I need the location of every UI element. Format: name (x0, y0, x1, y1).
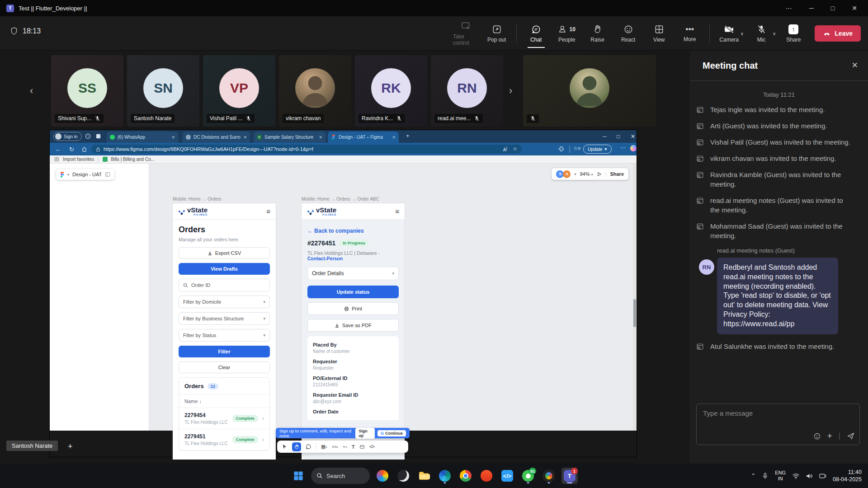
chat-close-icon[interactable]: ✕ (852, 61, 858, 70)
shape-tool-icon[interactable]: ▭▾ (332, 444, 338, 450)
hamburger-menu-icon[interactable]: ≡ (395, 207, 399, 215)
frame-breadcrumb[interactable]: Mobile: Home → Orders (173, 197, 222, 202)
signup-button[interactable]: Sign up (355, 428, 375, 439)
taskbar-icon-brave[interactable] (478, 468, 495, 484)
window-more-icon[interactable]: ⋯ (786, 5, 792, 12)
contact-person-link[interactable]: Contact-Person (307, 256, 343, 261)
hand-tool-icon[interactable] (292, 442, 301, 451)
url-field[interactable]: https://www.figma.com/design/9BKQ0FOHRWa… (91, 145, 522, 154)
taskbar-icon-file-explorer[interactable] (416, 468, 432, 484)
send-icon[interactable] (847, 432, 855, 440)
pop-out-button[interactable]: Pop out (484, 23, 510, 45)
filter-business-structure-select[interactable]: Filter by Business Structure▾ (179, 312, 270, 325)
window-close-icon[interactable]: ✕ (852, 5, 857, 12)
participant-tile-spotlight[interactable] (523, 55, 656, 127)
tab-close-icon[interactable]: ✕ (319, 135, 322, 140)
attach-plus-icon[interactable]: + (827, 431, 832, 441)
pen-tablet-icon[interactable] (819, 473, 826, 479)
volume-icon[interactable] (806, 473, 813, 479)
participants-scroll-left-icon[interactable]: ‹ (30, 85, 33, 97)
section-tool-icon[interactable] (359, 444, 365, 450)
camera-button[interactable]: Camera (716, 23, 742, 45)
people-button[interactable]: 10 People (554, 23, 580, 45)
google-continue-button[interactable]: GContinue (377, 430, 406, 436)
text-tool-icon[interactable]: T (352, 444, 355, 450)
mic-button[interactable]: Mic (748, 23, 774, 45)
browser-close-icon[interactable]: ✕ (631, 133, 635, 140)
favorite-bills-link[interactable]: Bills | Billing and Co... (111, 157, 155, 162)
taskbar-clock[interactable]: 11:40 08-04-2025 (833, 469, 862, 483)
taskbar-icon-chrome[interactable] (458, 468, 474, 484)
tab-close-icon[interactable]: ✕ (392, 135, 396, 140)
browser-menu-icon[interactable]: ⋯ (620, 145, 626, 151)
scrollbar-thumb[interactable] (633, 299, 636, 327)
taskbar-icon-photos[interactable] (374, 468, 391, 484)
leave-button[interactable]: Leave (815, 25, 861, 42)
print-button[interactable]: Print (307, 302, 399, 315)
export-csv-button[interactable]: Export CSV (179, 247, 270, 259)
refresh-icon[interactable]: ↻ (69, 146, 74, 153)
column-header-name[interactable]: Name ↓ (179, 395, 269, 408)
order-details-select[interactable]: Order Details▾ (307, 267, 399, 280)
taskbar-search[interactable]: Search (311, 468, 370, 484)
browser-scrollbar[interactable] (633, 164, 637, 431)
connector-tool-icon[interactable]: ⌁▾ (343, 444, 347, 450)
extensions-icon[interactable] (558, 146, 564, 152)
browser-tab[interactable]: DC Divisions and Surroundings ✕ (183, 131, 250, 143)
filter-domicile-select[interactable]: Filter by Domicile▾ (179, 296, 270, 308)
favorites-list-icon[interactable]: ☆≡ (573, 145, 580, 151)
frame-breadcrumb[interactable]: Mobile: Home → Orders → Order ABC (302, 197, 379, 202)
tray-mic-icon[interactable] (762, 472, 769, 480)
browser-update-button[interactable]: Update ♥ (583, 145, 612, 154)
chat-message-input[interactable] (697, 404, 859, 427)
frame-tool-icon[interactable]: ▦▾ (321, 444, 327, 450)
view-drafts-button[interactable]: View Drafts (179, 263, 270, 275)
taskbar-icon-edge[interactable] (437, 468, 453, 484)
new-tab-icon[interactable]: + (406, 132, 410, 139)
tab-actions-icon[interactable] (95, 133, 101, 139)
order-row[interactable]: 2279451TL Flex Holdings LLC Complete › (179, 429, 269, 450)
browser-tab[interactable]: X Sample Salary Structure with calc ✕ (254, 131, 326, 143)
chat-button[interactable]: Chat (523, 23, 549, 45)
tab-close-icon[interactable]: ✕ (171, 135, 175, 140)
filter-button[interactable]: Filter (179, 346, 270, 357)
move-tool-icon[interactable] (282, 444, 288, 450)
taskbar-icon-teams[interactable]: T 1 (561, 468, 578, 484)
taskbar-icon-whatsapp[interactable]: 81 (520, 468, 536, 484)
present-icon[interactable] (597, 172, 602, 177)
layers-panel-icon[interactable] (105, 172, 110, 177)
import-favorites-link[interactable]: Import favorites (63, 157, 94, 162)
browser-tab[interactable]: (6) WhatsApp ✕ (107, 131, 178, 143)
comment-tool-icon[interactable] (306, 444, 311, 450)
back-to-companies-link[interactable]: ← Back to companies (307, 228, 399, 234)
participant-tile[interactable]: RK Ravindra K... (355, 55, 427, 127)
back-icon[interactable]: ← (55, 146, 61, 153)
zoom-level[interactable]: 94% ▾ (580, 171, 593, 177)
participant-tile[interactable]: vikram chavan (279, 55, 351, 127)
avatars-chevron-icon[interactable]: ▾ (574, 172, 576, 176)
more-button[interactable]: ••• More (677, 23, 703, 44)
window-minimize-icon[interactable]: ─ (809, 5, 814, 12)
react-button[interactable]: React (615, 23, 642, 45)
taskbar-icon-google-app[interactable] (541, 468, 557, 484)
order-id-search-input[interactable]: Order ID (179, 279, 270, 291)
emoji-icon[interactable] (813, 432, 821, 440)
order-row[interactable]: 2279454TL Flex Holdings LLC Complete › (179, 408, 269, 429)
home-icon[interactable] (81, 146, 87, 152)
browser-tab-active[interactable]: Design - UAT – Figma ✕ (328, 131, 399, 143)
taskbar-icon-nightlight[interactable] (395, 468, 411, 484)
participant-tile[interactable]: RN read.ai mee... (431, 55, 503, 127)
update-status-button[interactable]: Update status (307, 286, 399, 298)
collaborator-avatar[interactable]: A (563, 170, 571, 178)
participant-tile[interactable]: SN Santosh Narate (127, 55, 199, 127)
collections-icon[interactable] (85, 133, 91, 139)
favorite-star-icon[interactable]: ☆ (513, 146, 517, 152)
share-button[interactable]: ↑ Share (780, 23, 807, 45)
figma-file-menu[interactable]: ▾ Design - UAT (56, 169, 114, 180)
participants-scroll-right-icon[interactable]: › (509, 85, 512, 97)
view-button[interactable]: View (646, 23, 672, 45)
browser-restore-icon[interactable]: □ (617, 133, 620, 140)
filter-status-select[interactable]: Filter by Status▾ (179, 329, 270, 342)
taskbar-icon-vscode[interactable]: </> (499, 468, 515, 484)
window-maximize-icon[interactable]: □ (831, 5, 835, 12)
